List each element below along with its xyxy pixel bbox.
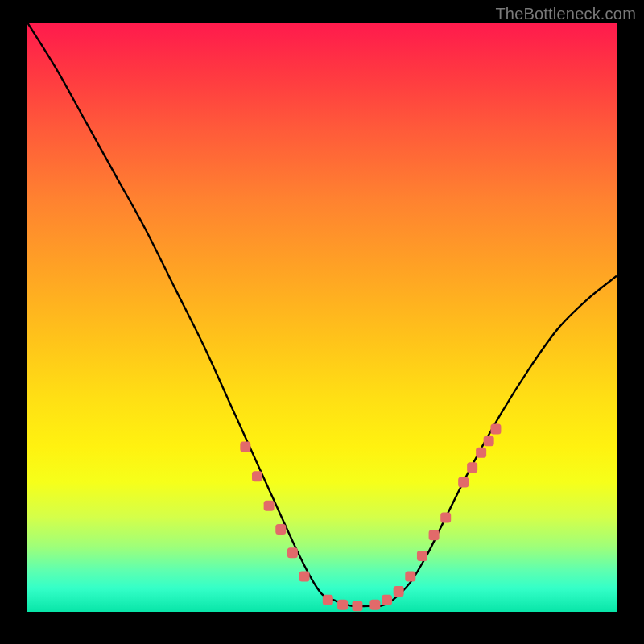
curve-line — [27, 23, 617, 606]
curve-marker — [240, 442, 250, 452]
curve-marker — [382, 595, 392, 605]
curve-marker — [440, 512, 451, 522]
curve-marker — [264, 501, 275, 511]
curve-marker — [287, 547, 298, 558]
curve-marker — [394, 586, 404, 597]
curve-marker — [467, 462, 477, 473]
bottleneck-curve-svg — [27, 23, 617, 612]
curve-marker — [323, 595, 333, 605]
curve-marker — [337, 600, 348, 610]
curve-marker — [417, 551, 427, 561]
curve-marker — [476, 448, 486, 458]
curve-marker — [369, 600, 380, 610]
curve-marker — [299, 572, 310, 582]
curve-marker — [275, 524, 286, 535]
curve-marker — [458, 477, 469, 487]
curve-marker — [252, 471, 262, 481]
curve-marker — [484, 436, 494, 446]
watermark-text: TheBottleneck.com — [495, 5, 636, 23]
curve-marker — [405, 572, 415, 582]
curve-marker — [429, 530, 440, 540]
curve-marker — [490, 424, 501, 435]
curve-marker — [352, 601, 362, 611]
chart-plot-area — [27, 23, 617, 612]
